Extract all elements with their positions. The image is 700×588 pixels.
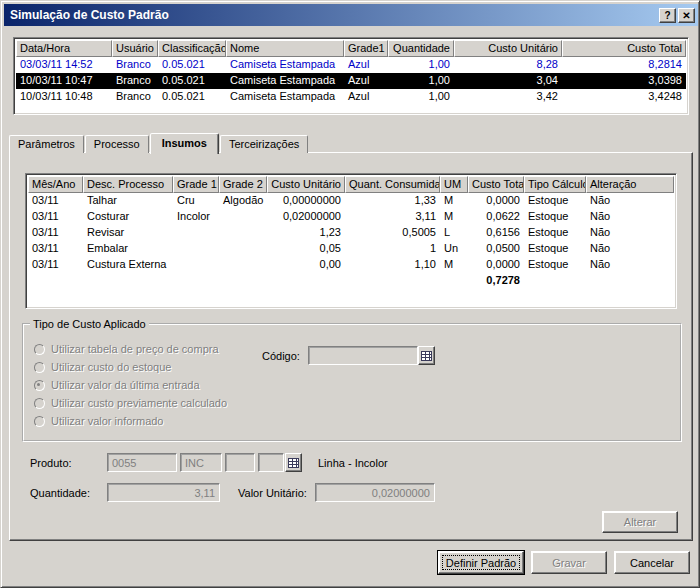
- produto-segment4-field[interactable]: [258, 453, 284, 472]
- table-row[interactable]: 03/11Revisar1,230,5005L0,6156EstoqueNão: [28, 225, 674, 241]
- definir-padrao-button[interactable]: Definir Padrão: [438, 551, 524, 574]
- table-cell: L: [440, 225, 468, 241]
- table-cell: 03/11: [28, 193, 83, 209]
- history-table[interactable]: Data/HoraUsuárioClassificaçãoNomeGrade1Q…: [13, 37, 689, 115]
- radio-label: Utilizar custo do estoque: [51, 361, 171, 373]
- table-cell: 3,04: [454, 73, 562, 89]
- radio-icon: [34, 380, 45, 391]
- table-row[interactable]: 03/11CosturarIncolor0,020000003,11M0,062…: [28, 209, 674, 225]
- table-cell: Azul: [344, 57, 388, 73]
- table-cell: Cru: [173, 193, 219, 209]
- table-cell: 0,6156: [468, 225, 524, 241]
- table-cell: Estoque: [524, 209, 586, 225]
- table-cell: 1,23: [267, 225, 345, 241]
- column-header-custo-total[interactable]: Custo Total: [562, 40, 686, 57]
- quantidade-row: Quantidade: 3,11 Valor Unitário: 0,02000…: [30, 483, 435, 502]
- table-cell: 0,0000: [468, 193, 524, 209]
- column-header-nome[interactable]: Nome: [226, 40, 344, 57]
- tab-terceirizacoes[interactable]: Terceirizações: [220, 135, 308, 153]
- column-header-grade-2[interactable]: Grade 2: [219, 176, 267, 193]
- table-row[interactable]: 10/03/11 10:48Branco0.05.021Camiseta Est…: [16, 89, 686, 105]
- table-cell: Não: [586, 209, 674, 225]
- tab-insumos[interactable]: Insumos: [150, 133, 219, 154]
- radio-label: Utilizar valor informado: [51, 415, 163, 427]
- radio-option-utilizar-valor-da-ultima-entrada[interactable]: Utilizar valor da última entrada: [34, 376, 227, 394]
- column-header-quantidade[interactable]: Quantidade: [388, 40, 454, 57]
- column-header-custo-unitario[interactable]: Custo Unitário: [454, 40, 562, 57]
- quantidade-field[interactable]: 3,11: [107, 483, 220, 502]
- table-cell: [586, 273, 674, 289]
- codigo-field[interactable]: [308, 346, 418, 365]
- cancelar-button[interactable]: Cancelar: [614, 551, 690, 574]
- table-cell: Un: [440, 241, 468, 257]
- column-header-quant-consumida[interactable]: Quant. Consumida: [345, 176, 440, 193]
- column-header-desc-processo[interactable]: Desc. Processo: [83, 176, 173, 193]
- radio-option-utilizar-custo-previamente-calculado[interactable]: Utilizar custo previamente calculado: [34, 394, 227, 412]
- table-cell: Não: [586, 241, 674, 257]
- column-header-um[interactable]: UM: [440, 176, 468, 193]
- column-header-grade-1[interactable]: Grade 1: [173, 176, 219, 193]
- window-title: Simulação de Custo Padrão: [10, 8, 657, 22]
- table-row[interactable]: 03/11Custura Externa0,001,10M0,0000Estoq…: [28, 257, 674, 273]
- produto-label: Produto:: [30, 457, 107, 469]
- codigo-lookup-button[interactable]: [418, 346, 435, 365]
- radio-label: Utilizar tabela de preço de compra: [51, 343, 219, 355]
- column-header-alteracao[interactable]: Alteração: [586, 176, 674, 193]
- table-row[interactable]: 10/03/11 10:47Branco0.05.021Camiseta Est…: [16, 73, 686, 89]
- table-cell: 10/03/11 10:47: [16, 73, 112, 89]
- table-cell: 8,28: [454, 57, 562, 73]
- produto-segment2-field[interactable]: INC: [180, 453, 222, 472]
- table-cell: M: [440, 193, 468, 209]
- table-row[interactable]: 03/11TalharCruAlgodão0,000000001,33M0,00…: [28, 193, 674, 209]
- table-row[interactable]: 03/03/11 14:52Branco0.05.021Camiseta Est…: [16, 57, 686, 73]
- radio-label: Utilizar valor da última entrada: [51, 379, 200, 391]
- table-cell: [219, 209, 267, 225]
- radio-option-utilizar-valor-informado[interactable]: Utilizar valor informado: [34, 412, 227, 430]
- table-cell: Não: [586, 225, 674, 241]
- history-table-header-row: Data/HoraUsuárioClassificaçãoNomeGrade1Q…: [16, 40, 686, 57]
- radio-option-utilizar-tabela-de-preco-de-compra[interactable]: Utilizar tabela de preço de compra: [34, 340, 227, 358]
- tab-processo[interactable]: Processo: [85, 135, 149, 153]
- radio-option-utilizar-custo-do-estoque[interactable]: Utilizar custo do estoque: [34, 358, 227, 376]
- insumos-table-header-row: Mês/AnoDesc. ProcessoGrade 1Grade 2Custo…: [28, 176, 674, 193]
- column-header-data-hora[interactable]: Data/Hora: [16, 40, 112, 57]
- table-cell: 0,00000000: [267, 193, 345, 209]
- table-cell: Talhar: [83, 193, 173, 209]
- tab-strip: ParâmetrosProcessoInsumosTerceirizações: [9, 132, 309, 153]
- produto-lookup-button[interactable]: [285, 453, 302, 472]
- table-cell: Não: [586, 257, 674, 273]
- table-cell: [219, 257, 267, 273]
- table-cell: Branco: [112, 57, 158, 73]
- column-header-usuario[interactable]: Usuário: [112, 40, 158, 57]
- column-header-grade1[interactable]: Grade1: [344, 40, 388, 57]
- table-cell: M: [440, 257, 468, 273]
- table-cell: [173, 225, 219, 241]
- column-header-tipo-calculo[interactable]: Tipo Cálculo: [524, 176, 586, 193]
- table-cell: 0,00: [267, 257, 345, 273]
- dialog-simulacao-custo-padrao: Simulação de Custo Padrão ? ✕ Data/HoraU…: [0, 0, 700, 588]
- table-cell: 03/03/11 14:52: [16, 57, 112, 73]
- table-cell: [440, 273, 468, 289]
- column-header-classificacao[interactable]: Classificação: [158, 40, 226, 57]
- table-cell: 10/03/11 10:48: [16, 89, 112, 105]
- produto-segment3-field[interactable]: [225, 453, 255, 472]
- table-cell: 0.05.021: [158, 57, 226, 73]
- column-header-custo-unitario[interactable]: Custo Unitário: [267, 176, 345, 193]
- produto-code-field[interactable]: 0055: [107, 453, 177, 472]
- tab-parametros[interactable]: Parâmetros: [9, 135, 84, 153]
- close-button[interactable]: ✕: [678, 8, 695, 23]
- column-header-mes-ano[interactable]: Mês/Ano: [28, 176, 83, 193]
- valor-unitario-field[interactable]: 0,02000000: [315, 483, 435, 502]
- column-header-custo-total[interactable]: Custo Total: [468, 176, 524, 193]
- help-button[interactable]: ?: [659, 8, 676, 23]
- gravar-button[interactable]: Gravar: [531, 551, 607, 574]
- total-row: 0,7278: [28, 273, 674, 289]
- table-cell: 3,11: [345, 209, 440, 225]
- tipo-custo-groupbox-title: Tipo de Custo Aplicado: [30, 318, 149, 330]
- table-cell: Branco: [112, 89, 158, 105]
- title-bar[interactable]: Simulação de Custo Padrão ? ✕: [4, 4, 698, 26]
- insumos-table[interactable]: Mês/AnoDesc. ProcessoGrade 1Grade 2Custo…: [25, 173, 677, 309]
- table-cell: Embalar: [83, 241, 173, 257]
- alterar-button[interactable]: Alterar: [602, 511, 678, 533]
- table-row[interactable]: 03/11Embalar0,051Un0,0500EstoqueNão: [28, 241, 674, 257]
